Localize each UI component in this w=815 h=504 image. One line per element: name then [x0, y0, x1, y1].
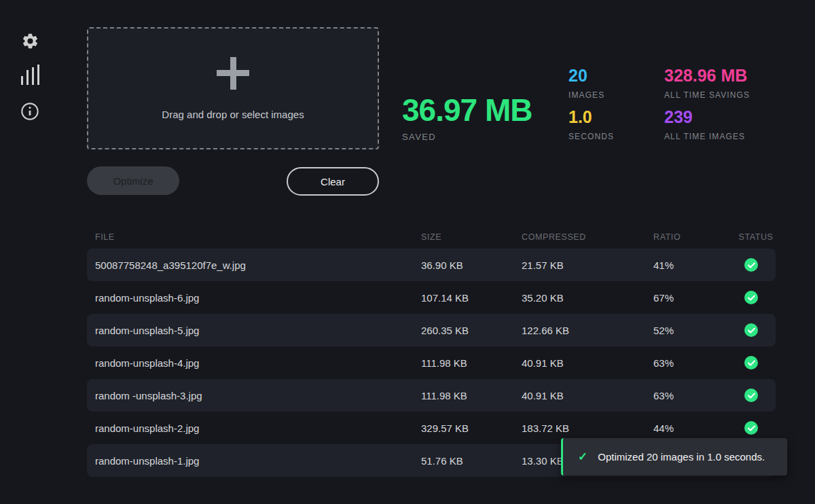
all-time-images-value: 239: [664, 109, 793, 126]
success-check-icon: [744, 356, 758, 370]
size-cell: 329.57 KB: [421, 422, 522, 434]
size-column-header: SIZE: [421, 232, 522, 242]
compressed-cell: 122.66 KB: [522, 325, 653, 336]
size-cell: 51.76 KB: [421, 455, 522, 467]
seconds-value: 1.0: [568, 109, 664, 126]
saved-stat: 36.97 MB SAVED: [402, 94, 532, 142]
ratio-cell: 67%: [653, 292, 736, 304]
about-button[interactable]: [20, 102, 39, 121]
session-stats: 20 IMAGES 1.0 SECONDS: [568, 67, 664, 141]
file-name-cell: random-unsplash-6.jpg: [87, 292, 421, 304]
compressed-cell: 40.91 KB: [522, 357, 653, 369]
success-check-icon: [744, 291, 758, 304]
ratio-cell: 63%: [653, 390, 736, 401]
all-time-images-stat: 239 ALL TIME IMAGES: [664, 109, 793, 141]
seconds-label: SECONDS: [568, 132, 664, 141]
compressed-cell: 40.91 KB: [522, 390, 653, 401]
table-row: random-unsplash-4.jpg 111.98 KB 40.91 KB…: [87, 346, 776, 379]
status-cell: [736, 421, 776, 435]
ratio-column-header: RATIO: [653, 232, 736, 242]
all-time-savings-label: ALL TIME SAVINGS: [664, 90, 793, 100]
status-cell: [736, 291, 776, 304]
images-label: IMAGES: [568, 90, 664, 100]
plus-icon: [217, 57, 249, 90]
clear-button[interactable]: Clear: [287, 167, 379, 196]
drop-zone-label: Drag and drop or select images: [162, 109, 304, 120]
sidebar: [0, 0, 61, 504]
seconds-stat: 1.0 SECONDS: [568, 109, 664, 141]
table-row: random-unsplash-6.jpg 107.14 KB 35.20 KB…: [87, 281, 776, 314]
size-cell: 260.35 KB: [421, 325, 522, 336]
check-icon: ✓: [578, 450, 587, 464]
compressed-cell: 35.20 KB: [522, 292, 653, 304]
size-cell: 36.90 KB: [421, 259, 522, 271]
stats-button[interactable]: [20, 65, 39, 84]
ratio-cell: 63%: [653, 357, 736, 369]
status-cell: [736, 356, 776, 370]
saved-value: 36.97 MB: [402, 94, 532, 126]
success-check-icon: [744, 389, 758, 402]
file-column-header: FILE: [87, 232, 421, 242]
settings-button[interactable]: [20, 31, 39, 50]
table-row: random-unsplash-5.jpg 260.35 KB 122.66 K…: [87, 314, 776, 346]
file-name-cell: random -unsplash-3.jpg: [87, 390, 421, 401]
ratio-cell: 44%: [653, 422, 736, 434]
all-time-stats: 328.96 MB ALL TIME SAVINGS 239 ALL TIME …: [664, 67, 793, 141]
toast-message: Optimized 20 images in 1.0 seconds.: [598, 451, 765, 463]
bar-chart-icon: [20, 63, 39, 86]
all-time-images-label: ALL TIME IMAGES: [664, 132, 793, 141]
gear-icon: [21, 32, 39, 50]
status-cell: [736, 323, 776, 337]
toast-notification: ✓ Optimized 20 images in 1.0 seconds.: [561, 438, 787, 475]
compressed-column-header: COMPRESSED: [522, 232, 653, 242]
images-value: 20: [568, 67, 664, 84]
size-cell: 107.14 KB: [421, 292, 522, 304]
size-cell: 111.98 KB: [421, 390, 522, 401]
table-header: FILE SIZE COMPRESSED RATIO STATUS: [87, 226, 776, 249]
success-check-icon: [744, 421, 758, 435]
all-time-savings-value: 328.96 MB: [664, 67, 793, 84]
info-icon: [20, 102, 39, 121]
table-row: 50087758248_a395120f7e_w.jpg 36.90 KB 21…: [87, 249, 776, 281]
table-row: random -unsplash-3.jpg 111.98 KB 40.91 K…: [87, 379, 776, 412]
compressed-cell: 21.57 KB: [522, 259, 653, 271]
file-name-cell: random-unsplash-2.jpg: [87, 422, 421, 434]
file-name-cell: random-unsplash-1.jpg: [87, 455, 421, 467]
ratio-cell: 52%: [653, 325, 736, 336]
images-stat: 20 IMAGES: [568, 67, 664, 100]
size-cell: 111.98 KB: [421, 357, 522, 369]
all-time-savings-stat: 328.96 MB ALL TIME SAVINGS: [664, 67, 793, 100]
compressed-cell: 183.72 KB: [522, 422, 653, 434]
saved-label: SAVED: [402, 132, 532, 142]
file-name-cell: random-unsplash-5.jpg: [87, 325, 421, 336]
file-name-cell: random-unsplash-4.jpg: [87, 357, 421, 369]
optimize-button[interactable]: Optimize: [87, 166, 179, 195]
status-column-header: STATUS: [736, 232, 776, 242]
ratio-cell: 41%: [653, 259, 736, 271]
status-cell: [736, 389, 776, 402]
file-name-cell: 50087758248_a395120f7e_w.jpg: [87, 259, 421, 271]
success-check-icon: [744, 323, 758, 337]
status-cell: [736, 258, 776, 272]
image-drop-zone[interactable]: Drag and drop or select images: [87, 27, 379, 149]
success-check-icon: [744, 258, 758, 272]
